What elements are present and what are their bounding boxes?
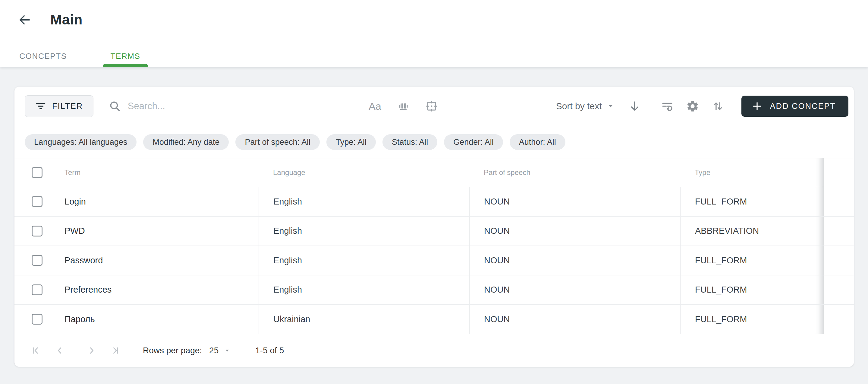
arrow-down-icon [628, 100, 641, 113]
pinned-cell [824, 246, 854, 275]
rows-per-page-select[interactable]: 25 [209, 346, 218, 355]
term-text: Preferences [64, 285, 112, 295]
table-header: Term Language Part of speech Type [14, 158, 854, 187]
filter-chip[interactable]: Languages: All languages [25, 134, 136, 150]
pagination-bar: Rows per page: 25 1-5 of 5 [14, 334, 854, 367]
pinned-cell [824, 216, 854, 246]
type-cell: FULL_FORM [680, 246, 824, 275]
rows-per-page-caret-icon[interactable] [223, 347, 231, 354]
table-row[interactable]: PasswordEnglishNOUNFULL_FORM [14, 246, 854, 275]
tab-concepts-label: CONCEPTS [19, 52, 67, 61]
filter-chip[interactable]: Type: All [327, 134, 376, 150]
terms-panel: FILTER Aa [14, 87, 854, 367]
column-header-part-of-speech-label: Part of speech [484, 168, 530, 177]
last-page-button[interactable] [109, 345, 121, 357]
sort-by-dropdown[interactable]: Sort by text [556, 101, 602, 111]
sort-direction-button[interactable] [627, 99, 642, 113]
add-concept-button[interactable]: ADD CONCEPT [741, 96, 848, 117]
last-page-icon [110, 345, 121, 356]
language-cell: English [258, 275, 469, 305]
filter-chips: Languages: All languagesModified: Any da… [14, 126, 854, 158]
filter-button[interactable]: FILTER [25, 95, 93, 117]
row-checkbox[interactable] [32, 226, 42, 236]
rows-per-page-label: Rows per page: [143, 346, 202, 355]
term-text: Password [64, 256, 103, 265]
pagination-range: 1-5 of 5 [255, 346, 284, 355]
header-term-cell: Term [14, 158, 258, 187]
type-cell: FULL_FORM [680, 305, 824, 334]
wrap-order-icon [661, 100, 674, 113]
filter-chip[interactable]: Status: All [382, 134, 437, 150]
settings-button[interactable] [685, 99, 700, 113]
column-header-part-of-speech: Part of speech [469, 158, 680, 187]
swap-vertical-icon [712, 100, 724, 113]
type-cell: FULL_FORM [680, 275, 824, 305]
chevron-right-icon [86, 345, 97, 356]
pinned-cell [824, 305, 854, 334]
column-header-language-label: Language [273, 168, 305, 177]
barcode-icon [397, 100, 410, 113]
term-cell: Password [14, 246, 258, 275]
page-title: Main [50, 11, 83, 28]
tab-bar: CONCEPTS TERMS [12, 45, 148, 67]
next-page-button[interactable] [86, 345, 98, 357]
table-row[interactable]: PreferencesEnglishNOUNFULL_FORM [14, 275, 854, 305]
column-header-term: Term [64, 168, 81, 177]
part-of-speech-cell: NOUN [469, 187, 680, 216]
row-checkbox[interactable] [32, 285, 42, 295]
term-text: Пароль [64, 314, 95, 324]
search-icon [108, 100, 121, 113]
part-of-speech-cell: NOUN [469, 305, 680, 334]
type-cell: FULL_FORM [680, 187, 824, 216]
tab-concepts[interactable]: CONCEPTS [12, 45, 74, 67]
wrap-order-button[interactable] [660, 99, 675, 113]
header-pinned-cell [824, 158, 854, 187]
barcode-search-button[interactable] [396, 99, 410, 113]
toolbar: FILTER Aa [14, 87, 854, 126]
filter-chip[interactable]: Modified: Any date [143, 134, 229, 150]
type-cell: ABBREVIATION [680, 216, 824, 246]
filter-icon [35, 101, 46, 112]
search-input[interactable] [128, 101, 297, 112]
center-focus-icon [425, 99, 438, 113]
match-case-icon: Aa [369, 100, 381, 112]
pinned-cell [824, 187, 854, 216]
row-checkbox[interactable] [32, 196, 42, 207]
plus-icon [751, 100, 763, 112]
row-checkbox[interactable] [32, 255, 42, 266]
sort-caret-icon[interactable] [607, 102, 615, 110]
active-tab-indicator [103, 64, 148, 67]
filter-chip[interactable]: Author: All [510, 134, 565, 150]
first-page-icon [31, 345, 41, 356]
first-page-button[interactable] [30, 345, 42, 357]
table-row[interactable]: PWDEnglishNOUNABBREVIATION [14, 216, 854, 246]
app-header: Main CONCEPTS TERMS [0, 0, 868, 67]
toolbar-right-group: Sort by text [556, 87, 848, 126]
gear-icon [686, 99, 699, 113]
language-cell: English [258, 216, 469, 246]
pinned-cell [824, 275, 854, 305]
column-header-language: Language [258, 158, 469, 187]
match-case-button[interactable]: Aa [368, 99, 382, 113]
part-of-speech-cell: NOUN [469, 216, 680, 246]
table-row[interactable]: ПарольUkrainianNOUNFULL_FORM [14, 305, 854, 334]
filter-chip[interactable]: Part of speech: All [236, 134, 320, 150]
filter-chip[interactable]: Gender: All [444, 134, 503, 150]
part-of-speech-cell: NOUN [469, 246, 680, 275]
chevron-left-icon [54, 345, 65, 356]
tab-terms[interactable]: TERMS [103, 45, 148, 67]
swap-vertical-button[interactable] [711, 99, 725, 113]
search-box [108, 100, 297, 113]
term-text: PWD [64, 226, 85, 236]
select-all-checkbox[interactable] [32, 167, 42, 178]
previous-page-button[interactable] [54, 345, 66, 357]
term-cell: Пароль [14, 305, 258, 334]
column-header-type: Type [680, 158, 824, 187]
search-option-icons: Aa [368, 87, 439, 126]
language-cell: English [258, 246, 469, 275]
row-checkbox[interactable] [32, 314, 42, 325]
table-row[interactable]: LoginEnglishNOUNFULL_FORM [14, 187, 854, 216]
term-cell: Login [14, 187, 258, 216]
back-button[interactable] [17, 12, 33, 28]
center-focus-button[interactable] [424, 99, 439, 113]
